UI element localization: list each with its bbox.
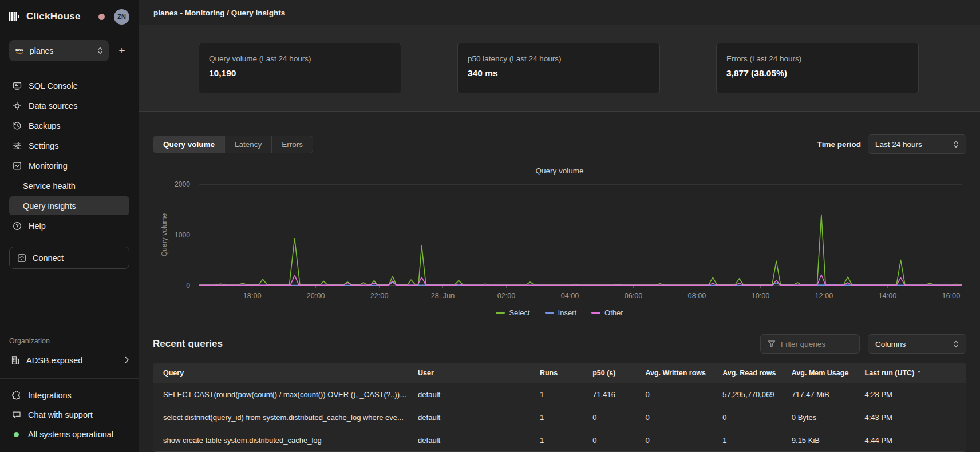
- time-period-select[interactable]: Last 24 hours: [868, 134, 966, 154]
- main-content: planes - Monitoring / Query insights Que…: [139, 0, 980, 452]
- connect-button[interactable]: Connect: [9, 247, 129, 269]
- stat-value: 340 ms: [468, 68, 650, 78]
- legend-label: Select: [509, 308, 529, 317]
- svg-text:16:00: 16:00: [942, 292, 961, 300]
- column-header-runs[interactable]: Runs: [535, 363, 588, 383]
- sidebar-nav: SQL ConsoleData sourcesBackupsSettingsMo…: [9, 76, 129, 235]
- chart-legend: SelectInsertOther: [153, 308, 966, 317]
- column-header-avg-mem-usage[interactable]: Avg. Mem Usage: [787, 363, 860, 383]
- legend-item-insert[interactable]: Insert: [545, 308, 577, 317]
- column-header-query[interactable]: Query: [153, 363, 413, 383]
- help-icon: [12, 221, 22, 231]
- legend-item-select[interactable]: Select: [496, 308, 529, 317]
- stat-label: p50 latency (Last 24 hours): [468, 54, 650, 63]
- column-header-avg-written-rows[interactable]: Avg. Written rows: [641, 363, 718, 383]
- topbar: planes - Monitoring / Query insights: [139, 0, 980, 25]
- table-cell: 4:43 PM: [860, 406, 966, 429]
- column-header-last-run-utc-[interactable]: Last run (UTC)⌃: [860, 363, 966, 383]
- sidebar-item-service-health[interactable]: Service health: [9, 176, 129, 195]
- sidebar-item-label: Backups: [29, 121, 61, 130]
- tab-errors[interactable]: Errors: [271, 136, 313, 153]
- settings-icon: [12, 141, 22, 150]
- sidebar-item-monitoring[interactable]: Monitoring: [9, 156, 129, 175]
- table-cell: 1: [535, 429, 588, 451]
- tab-query-volume[interactable]: Query volume: [153, 136, 224, 153]
- query-volume-chart: 01000200018:0020:0022:0028. Jun02:0004:0…: [153, 176, 966, 305]
- column-header-p50-s-[interactable]: p50 (s): [588, 363, 641, 383]
- sidebar-item-settings[interactable]: Settings: [9, 136, 129, 155]
- stat-value: 10,190: [209, 68, 391, 78]
- sidebar-item-data-sources[interactable]: Data sources: [9, 96, 129, 115]
- table-cell: 0: [641, 429, 718, 451]
- aws-icon: aws: [15, 46, 25, 55]
- clickhouse-logo-icon: [9, 11, 21, 22]
- status-ok-icon: [14, 432, 19, 437]
- legend-label: Insert: [558, 308, 577, 317]
- stat-label: Errors (Last 24 hours): [726, 54, 908, 63]
- table-cell: 9.15 KiB: [787, 429, 860, 451]
- sidebar-item-query-insights[interactable]: Query insights: [9, 196, 129, 215]
- filter-placeholder: Filter queries: [781, 340, 825, 348]
- svg-text:08:00: 08:00: [688, 292, 706, 300]
- table-row[interactable]: SELECT CAST(round(pow(count() / max(coun…: [153, 383, 966, 406]
- table-cell: 0: [641, 383, 718, 406]
- add-service-button[interactable]: +: [114, 43, 129, 58]
- brand-name: ClickHouse: [26, 11, 81, 22]
- series-select: [199, 215, 962, 285]
- footer-item-integrations[interactable]: Integrations: [9, 387, 129, 404]
- legend-item-other[interactable]: Other: [591, 308, 623, 317]
- chevron-updown-icon: [938, 340, 959, 348]
- stat-label: Query volume (Last 24 hours): [209, 54, 391, 63]
- table-cell: 0: [588, 406, 641, 429]
- table-row[interactable]: select distrinct(query_id) from system.d…: [153, 406, 966, 429]
- sidebar-footer: IntegrationsChat with supportAll systems…: [0, 378, 139, 443]
- integrations-icon: [12, 391, 21, 400]
- service-selector[interactable]: aws planes: [9, 40, 109, 61]
- table-header-row: QueryUserRunsp50 (s)Avg. Written rowsAvg…: [153, 363, 966, 383]
- chevron-updown-icon: [938, 140, 959, 149]
- notification-dot[interactable]: [98, 14, 105, 20]
- chart-plot: 01000200018:0020:0022:0028. Jun02:0004:0…: [153, 176, 966, 307]
- backups-icon: [12, 121, 22, 130]
- table-cell: 71.416: [588, 383, 641, 406]
- columns-select[interactable]: Columns: [868, 334, 966, 354]
- funnel-icon: [768, 340, 776, 348]
- organization-section-label: Organization: [9, 337, 129, 345]
- footer-item-chat[interactable]: Chat with support: [9, 406, 129, 423]
- chart-tabs: Query volumeLatencyErrors: [153, 136, 313, 153]
- monitoring-icon: [12, 161, 22, 171]
- stat-card-errors: Errors (Last 24 hours)3,877 (38.05%): [716, 43, 919, 93]
- sidebar-item-sql-console[interactable]: SQL Console: [9, 76, 129, 95]
- sql-console-icon: [12, 81, 22, 90]
- stat-card-p50-latency: p50 latency (Last 24 hours)340 ms: [457, 43, 660, 93]
- table-cell: 4:44 PM: [860, 429, 966, 451]
- footer-item-label: All systems operational: [28, 430, 113, 439]
- sidebar-item-label: Service health: [23, 181, 76, 191]
- table-cell: default: [413, 429, 535, 451]
- series-other: [199, 275, 962, 285]
- svg-text:aws: aws: [15, 47, 23, 52]
- table-cell: 4:28 PM: [860, 383, 966, 406]
- sidebar-item-label: Data sources: [29, 101, 77, 110]
- tab-latency[interactable]: Latency: [224, 136, 271, 153]
- column-header-avg-read-rows[interactable]: Avg. Read rows: [718, 363, 787, 383]
- table-cell: 1: [718, 429, 787, 451]
- stat-value: 3,877 (38.05%): [726, 68, 908, 78]
- connect-label: Connect: [33, 253, 64, 263]
- sidebar-item-backups[interactable]: Backups: [9, 116, 129, 135]
- sidebar-item-help[interactable]: Help: [9, 216, 129, 235]
- footer-item-status[interactable]: All systems operational: [9, 426, 129, 443]
- filter-queries-input[interactable]: Filter queries: [760, 334, 860, 354]
- table-row[interactable]: show create table system.distributed_cac…: [153, 429, 966, 451]
- time-period-label: Time period: [817, 140, 861, 149]
- building-icon: [11, 356, 20, 365]
- organization-item[interactable]: ADSB.exposed: [9, 352, 129, 369]
- column-header-user[interactable]: User: [413, 363, 535, 383]
- table-cell: 0 Bytes: [787, 406, 860, 429]
- sidebar-item-label: Monitoring: [29, 161, 68, 171]
- chevron-updown-icon: [97, 46, 103, 55]
- avatar[interactable]: ZN: [114, 9, 129, 25]
- svg-text:18:00: 18:00: [243, 292, 262, 300]
- legend-swatch-icon: [496, 312, 505, 314]
- svg-text:0: 0: [186, 281, 190, 290]
